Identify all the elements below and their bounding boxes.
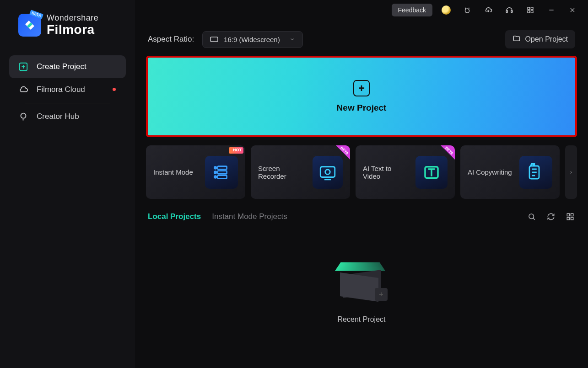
new-project-highlight: + New Project: [146, 56, 577, 137]
card-instant-mode[interactable]: Instant Mode: [146, 145, 245, 199]
svg-rect-20: [218, 175, 227, 178]
new-project-button[interactable]: + New Project: [148, 58, 575, 135]
plus-icon: +: [353, 80, 370, 96]
toolbar: Aspect Ratio: 16:9 (Widescreen) Open Pro…: [135, 20, 588, 53]
svg-rect-12: [528, 11, 530, 13]
beta-badge: [330, 145, 350, 165]
plus-square-icon: [18, 62, 28, 72]
new-project-label: New Project: [337, 103, 387, 113]
bulb-icon: [18, 112, 28, 122]
svg-rect-10: [528, 7, 530, 10]
ai-copywriting-icon: AI: [519, 156, 552, 189]
headset-icon[interactable]: [502, 3, 517, 17]
brand-logo: BETA Wondershare Filmora: [0, 9, 135, 51]
card-label: Instant Mode: [153, 168, 193, 176]
card-ai-copywriting[interactable]: AI Copywriting AI: [460, 145, 560, 199]
widescreen-icon: [210, 36, 218, 43]
feedback-button[interactable]: Feedback: [392, 4, 432, 16]
effects-icon[interactable]: [460, 3, 475, 17]
sidebar-item-label: Creator Hub: [37, 112, 79, 121]
beta-badge: [435, 145, 455, 165]
avatar-icon[interactable]: [439, 3, 453, 17]
svg-point-7: [465, 9, 469, 13]
grid-view-icon[interactable]: [565, 212, 575, 222]
minimize-icon[interactable]: [544, 3, 559, 17]
search-icon[interactable]: [527, 212, 537, 222]
svg-rect-8: [506, 11, 507, 13]
brand-subtitle: Wondershare: [47, 14, 98, 23]
cards-next-button[interactable]: [565, 145, 577, 199]
svg-point-23: [214, 176, 216, 178]
hot-badge: [225, 145, 245, 165]
aspect-ratio-value: 16:9 (Widescreen): [224, 36, 280, 43]
recent-project-label: Recent Project: [338, 315, 386, 324]
svg-point-21: [214, 166, 216, 169]
main-area: Feedback Aspect Ratio: 16:9 (Widescreen)…: [135, 0, 588, 368]
feature-cards: Instant Mode Screen Recorder AI Text to …: [135, 143, 588, 205]
tab-instant-mode-projects[interactable]: Instant Mode Projects: [212, 212, 287, 221]
cloud-icon: [18, 85, 28, 95]
svg-point-25: [325, 169, 330, 174]
sidebar-item-creator-hub[interactable]: Creator Hub: [9, 105, 126, 128]
notification-dot-icon: [113, 88, 116, 91]
sidebar-item-label: Filmora Cloud: [37, 85, 85, 94]
brand-title: Filmora: [47, 23, 98, 37]
aspect-ratio-select[interactable]: 16:9 (Widescreen): [202, 31, 303, 48]
svg-rect-34: [571, 218, 573, 220]
svg-rect-17: [210, 37, 218, 42]
apps-grid-icon[interactable]: [523, 3, 538, 17]
svg-point-29: [529, 214, 534, 219]
open-project-label: Open Project: [525, 35, 568, 43]
card-ai-text-to-video[interactable]: AI Text to Video: [356, 145, 455, 199]
svg-point-22: [214, 171, 216, 173]
app-window: BETA Wondershare Filmora Create Project …: [0, 0, 588, 368]
chevron-down-icon: [290, 36, 295, 43]
svg-rect-13: [531, 11, 533, 13]
sidebar-item-label: Create Project: [37, 62, 86, 71]
svg-rect-33: [567, 218, 569, 220]
svg-rect-19: [218, 171, 227, 174]
tab-local-projects[interactable]: Local Projects: [148, 212, 201, 221]
svg-point-5: [21, 113, 26, 118]
recent-projects-empty: + Recent Project: [135, 224, 588, 368]
sidebar-item-filmora-cloud[interactable]: Filmora Cloud: [9, 78, 126, 101]
sidebar-divider: [25, 103, 110, 103]
projects-tabs: Local Projects Instant Mode Projects: [135, 205, 588, 224]
logo-mark-icon: BETA: [18, 14, 41, 37]
card-screen-recorder[interactable]: Screen Recorder: [251, 145, 350, 199]
aspect-ratio-label: Aspect Ratio:: [148, 35, 194, 44]
card-label: Screen Recorder: [258, 165, 306, 180]
sidebar-item-create-project[interactable]: Create Project: [9, 55, 126, 78]
empty-box-icon: +: [332, 251, 391, 305]
svg-rect-31: [567, 213, 569, 216]
svg-text:AI: AI: [531, 163, 535, 166]
refresh-icon[interactable]: [546, 212, 556, 222]
svg-line-30: [533, 218, 535, 220]
folder-icon: [512, 34, 521, 44]
svg-rect-32: [571, 213, 573, 216]
svg-rect-24: [320, 166, 335, 177]
card-label: AI Copywriting: [468, 168, 512, 176]
sidebar: BETA Wondershare Filmora Create Project …: [0, 0, 135, 368]
svg-rect-11: [531, 7, 533, 10]
titlebar: Feedback: [135, 0, 588, 20]
cloud-download-icon[interactable]: [481, 3, 496, 17]
card-label: AI Text to Video: [363, 165, 409, 180]
close-icon[interactable]: [565, 3, 580, 17]
svg-rect-18: [218, 166, 227, 169]
open-project-button[interactable]: Open Project: [505, 30, 575, 48]
